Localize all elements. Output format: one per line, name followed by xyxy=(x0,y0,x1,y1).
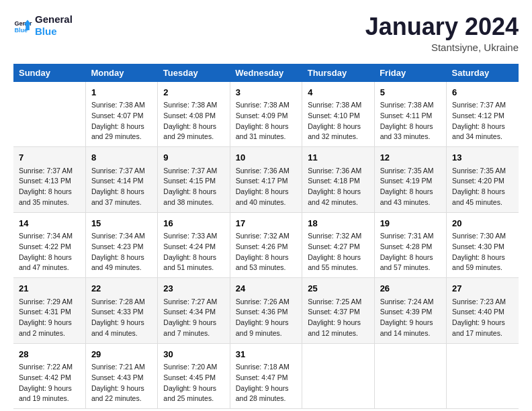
day-info: Sunrise: 7:21 AMSunset: 4:43 PMDaylight:… xyxy=(91,362,152,404)
table-row: 4Sunrise: 7:38 AMSunset: 4:10 PMDaylight… xyxy=(302,82,374,147)
day-number: 30 xyxy=(163,348,224,361)
location-subtitle: Stantsiyne, Ukraine xyxy=(365,42,519,53)
day-info: Sunrise: 7:35 AMSunset: 4:19 PMDaylight:… xyxy=(380,166,441,208)
table-row: 22Sunrise: 7:28 AMSunset: 4:33 PMDayligh… xyxy=(85,278,157,344)
day-number: 31 xyxy=(236,348,296,361)
month-title: January 2024 xyxy=(365,13,519,40)
day-number: 19 xyxy=(380,217,441,230)
day-info: Sunrise: 7:20 AMSunset: 4:45 PMDaylight:… xyxy=(163,362,224,404)
table-row: 21Sunrise: 7:29 AMSunset: 4:31 PMDayligh… xyxy=(13,278,85,344)
day-number: 21 xyxy=(19,282,80,295)
day-info: Sunrise: 7:29 AMSunset: 4:31 PMDaylight:… xyxy=(19,297,80,339)
day-info: Sunrise: 7:37 AMSunset: 4:15 PMDaylight:… xyxy=(163,166,224,208)
day-info: Sunrise: 7:32 AMSunset: 4:27 PMDaylight:… xyxy=(308,231,368,273)
day-number: 18 xyxy=(308,217,368,230)
day-info: Sunrise: 7:36 AMSunset: 4:18 PMDaylight:… xyxy=(308,166,368,208)
table-row: 6Sunrise: 7:37 AMSunset: 4:12 PMDaylight… xyxy=(447,82,519,147)
table-row: 14Sunrise: 7:34 AMSunset: 4:22 PMDayligh… xyxy=(13,212,85,278)
column-headers: Sunday Monday Tuesday Wednesday Thursday… xyxy=(13,64,519,82)
day-number: 8 xyxy=(91,151,152,165)
calendar-table: Sunday Monday Tuesday Wednesday Thursday… xyxy=(13,64,519,410)
table-row: 18Sunrise: 7:32 AMSunset: 4:27 PMDayligh… xyxy=(302,212,374,278)
day-info: Sunrise: 7:37 AMSunset: 4:12 PMDaylight:… xyxy=(452,100,513,142)
day-info: Sunrise: 7:26 AMSunset: 4:36 PMDaylight:… xyxy=(236,297,296,339)
table-row: 2Sunrise: 7:38 AMSunset: 4:08 PMDaylight… xyxy=(158,82,230,147)
table-row: 3Sunrise: 7:38 AMSunset: 4:09 PMDaylight… xyxy=(230,82,302,147)
day-info: Sunrise: 7:24 AMSunset: 4:39 PMDaylight:… xyxy=(380,297,441,339)
table-row: 28Sunrise: 7:22 AMSunset: 4:42 PMDayligh… xyxy=(13,343,85,409)
table-row: 25Sunrise: 7:25 AMSunset: 4:37 PMDayligh… xyxy=(302,278,374,344)
logo-text-blue: Blue xyxy=(35,26,73,38)
day-number: 24 xyxy=(236,282,296,295)
day-info: Sunrise: 7:38 AMSunset: 4:10 PMDaylight:… xyxy=(308,100,368,142)
day-info: Sunrise: 7:38 AMSunset: 4:09 PMDaylight:… xyxy=(236,100,296,142)
day-info: Sunrise: 7:37 AMSunset: 4:14 PMDaylight:… xyxy=(91,166,152,208)
col-sunday: Sunday xyxy=(13,64,85,82)
day-number: 26 xyxy=(380,282,441,295)
logo-icon: General Blue xyxy=(13,16,32,35)
table-row: 23Sunrise: 7:27 AMSunset: 4:34 PMDayligh… xyxy=(158,278,230,344)
col-thursday: Thursday xyxy=(302,64,374,82)
col-wednesday: Wednesday xyxy=(230,64,302,82)
col-tuesday: Tuesday xyxy=(158,64,230,82)
day-number: 25 xyxy=(308,282,368,295)
day-info: Sunrise: 7:30 AMSunset: 4:30 PMDaylight:… xyxy=(452,231,513,273)
day-number: 13 xyxy=(452,151,513,165)
col-friday: Friday xyxy=(374,64,446,82)
day-info: Sunrise: 7:25 AMSunset: 4:37 PMDaylight:… xyxy=(308,297,368,339)
table-row: 26Sunrise: 7:24 AMSunset: 4:39 PMDayligh… xyxy=(374,278,446,344)
table-row: 13Sunrise: 7:35 AMSunset: 4:20 PMDayligh… xyxy=(447,147,519,213)
day-info: Sunrise: 7:38 AMSunset: 4:08 PMDaylight:… xyxy=(163,100,224,142)
table-row: 30Sunrise: 7:20 AMSunset: 4:45 PMDayligh… xyxy=(158,343,230,409)
day-info: Sunrise: 7:37 AMSunset: 4:13 PMDaylight:… xyxy=(19,166,80,208)
table-row: 19Sunrise: 7:31 AMSunset: 4:28 PMDayligh… xyxy=(374,212,446,278)
day-number: 7 xyxy=(19,151,80,165)
day-number: 6 xyxy=(452,86,513,99)
logo: General Blue General Blue xyxy=(13,13,73,38)
day-info: Sunrise: 7:38 AMSunset: 4:11 PMDaylight:… xyxy=(380,100,441,142)
day-info: Sunrise: 7:38 AMSunset: 4:07 PMDaylight:… xyxy=(91,100,152,142)
table-row: 7Sunrise: 7:37 AMSunset: 4:13 PMDaylight… xyxy=(13,147,85,213)
table-row: 5Sunrise: 7:38 AMSunset: 4:11 PMDaylight… xyxy=(374,82,446,147)
day-number: 20 xyxy=(452,217,513,230)
day-number: 22 xyxy=(91,282,152,295)
day-number: 9 xyxy=(163,151,224,165)
day-number: 27 xyxy=(452,282,513,295)
day-number: 23 xyxy=(163,282,224,295)
day-number: 5 xyxy=(380,86,441,99)
day-info: Sunrise: 7:18 AMSunset: 4:47 PMDaylight:… xyxy=(236,362,296,404)
day-info: Sunrise: 7:35 AMSunset: 4:20 PMDaylight:… xyxy=(452,166,513,208)
day-number: 1 xyxy=(91,86,152,99)
day-number: 28 xyxy=(19,348,80,361)
table-row: 1Sunrise: 7:38 AMSunset: 4:07 PMDaylight… xyxy=(85,82,157,147)
day-info: Sunrise: 7:27 AMSunset: 4:34 PMDaylight:… xyxy=(163,297,224,339)
table-row: 17Sunrise: 7:32 AMSunset: 4:26 PMDayligh… xyxy=(230,212,302,278)
day-number: 3 xyxy=(236,86,296,99)
title-block: January 2024 Stantsiyne, Ukraine xyxy=(365,13,519,53)
table-row: 12Sunrise: 7:35 AMSunset: 4:19 PMDayligh… xyxy=(374,147,446,213)
day-info: Sunrise: 7:34 AMSunset: 4:22 PMDaylight:… xyxy=(19,231,80,273)
day-number: 16 xyxy=(163,217,224,230)
day-info: Sunrise: 7:22 AMSunset: 4:42 PMDaylight:… xyxy=(19,362,80,404)
page-header: General Blue General Blue January 2024 S… xyxy=(13,13,519,53)
table-row: 9Sunrise: 7:37 AMSunset: 4:15 PMDaylight… xyxy=(158,147,230,213)
table-row: 16Sunrise: 7:33 AMSunset: 4:24 PMDayligh… xyxy=(158,212,230,278)
day-number: 29 xyxy=(91,348,152,361)
day-number: 12 xyxy=(380,151,441,165)
day-info: Sunrise: 7:23 AMSunset: 4:40 PMDaylight:… xyxy=(452,297,513,339)
col-monday: Monday xyxy=(85,64,157,82)
table-row: 8Sunrise: 7:37 AMSunset: 4:14 PMDaylight… xyxy=(85,147,157,213)
day-info: Sunrise: 7:32 AMSunset: 4:26 PMDaylight:… xyxy=(236,231,296,273)
table-row xyxy=(13,82,85,147)
day-number: 17 xyxy=(236,217,296,230)
day-number: 15 xyxy=(91,217,152,230)
col-saturday: Saturday xyxy=(447,64,519,82)
day-number: 2 xyxy=(163,86,224,99)
svg-text:Blue: Blue xyxy=(14,27,28,34)
day-number: 4 xyxy=(308,86,368,99)
table-row: 11Sunrise: 7:36 AMSunset: 4:18 PMDayligh… xyxy=(302,147,374,213)
day-number: 11 xyxy=(308,151,368,165)
logo-text-general: General xyxy=(35,13,73,26)
day-info: Sunrise: 7:34 AMSunset: 4:23 PMDaylight:… xyxy=(91,231,152,273)
day-info: Sunrise: 7:31 AMSunset: 4:28 PMDaylight:… xyxy=(380,231,441,273)
